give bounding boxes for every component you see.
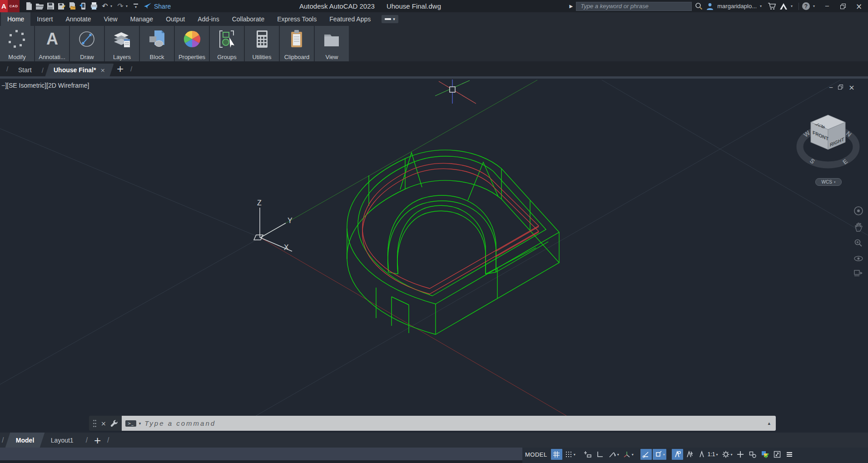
ortho-icon[interactable] (595, 449, 606, 460)
mobile-share-icon[interactable] (78, 1, 89, 12)
search-collapse-icon[interactable]: ▶ (570, 4, 573, 9)
drawing-canvas[interactable]: Z Y X −][SE Isometric][2D Wireframe] ─ ×… (0, 76, 868, 433)
annotation-scale-caret-icon[interactable]: ▾ (716, 453, 718, 457)
redo-button[interactable]: ↷ (115, 1, 126, 12)
crosshair-plus-icon[interactable] (735, 449, 746, 460)
file-tab-close-icon[interactable]: × (100, 67, 105, 74)
snap-caret-icon[interactable]: ▾ (574, 453, 575, 457)
ribbon-tab-insert[interactable]: Insert (30, 12, 59, 26)
viewport-minimize-icon[interactable]: ─ (829, 85, 833, 91)
command-input-area[interactable]: >_ ▾ ▴ (122, 416, 776, 431)
full-navigation-wheel-icon[interactable] (853, 206, 863, 216)
share-button[interactable]: Share (144, 3, 171, 10)
new-file-icon[interactable] (23, 1, 34, 12)
save-as-icon[interactable] (56, 1, 67, 12)
ribbon-tab-view[interactable]: View (97, 12, 124, 26)
autodesk-logo-icon[interactable] (779, 3, 788, 10)
help-search-box[interactable] (576, 2, 692, 11)
ribbon-panel-properties[interactable]: Properties (175, 26, 209, 61)
ribbon-panel-block[interactable]: Block (140, 26, 174, 61)
undo-dropdown-icon[interactable]: ▾ (110, 4, 115, 8)
command-bar-customize-wrench-icon[interactable] (110, 419, 118, 427)
command-bar-drag-handle[interactable] (93, 419, 97, 428)
annotation-scale-icon[interactable]: 1:1▾ (696, 449, 719, 460)
command-bar-close-icon[interactable]: × (101, 420, 106, 427)
ribbon-panel-annotati[interactable]: AAnnotati... (35, 26, 69, 61)
save-icon[interactable] (45, 1, 56, 12)
ribbon-tab-add-ins[interactable]: Add-ins (191, 12, 225, 26)
minimize-button[interactable]: ─ (821, 0, 833, 12)
viewport-close-icon[interactable]: × (848, 83, 854, 92)
osnap-caret-icon[interactable]: ▾ (663, 453, 665, 457)
file-tab-uhouse-final-[interactable]: Uhouse Final*× (45, 64, 114, 76)
graphics-performance-icon[interactable] (759, 449, 771, 460)
clean-screen-icon[interactable] (772, 449, 783, 460)
isodraft-icon[interactable]: ▾ (621, 449, 635, 460)
ribbon-tab-manage[interactable]: Manage (124, 12, 160, 26)
search-icon[interactable] (695, 2, 703, 10)
plot-icon[interactable] (89, 1, 99, 12)
customization-menu-icon[interactable] (784, 449, 795, 460)
viewcube[interactable]: W N S E TOP FRONT RIGHT (794, 107, 863, 175)
polar-tracking-caret-icon[interactable]: ▾ (617, 453, 619, 457)
save-all-icon[interactable] (67, 1, 78, 12)
command-prompt-icon[interactable]: >_ (125, 420, 136, 427)
new-drawing-tab-button[interactable]: + (116, 63, 124, 74)
autoscale-icon[interactable] (684, 449, 695, 460)
autocad-app-menu[interactable]: A CAD (0, 0, 20, 12)
ribbon-panel-view[interactable]: View (315, 26, 349, 61)
file-tab-start[interactable]: Start (10, 64, 40, 76)
viewport-restore-icon[interactable] (838, 85, 843, 91)
help-dropdown-icon[interactable]: ▾ (813, 4, 818, 8)
user-avatar-icon[interactable] (706, 2, 714, 10)
cart-icon[interactable] (768, 2, 776, 10)
polar-tracking-icon[interactable]: ▾ (607, 449, 620, 460)
ribbon-panel-draw[interactable]: Draw (70, 26, 104, 61)
qat-customize-button[interactable]: ▾ (130, 1, 141, 12)
isolate-objects-icon[interactable] (747, 449, 759, 460)
close-button[interactable]: × (853, 0, 865, 12)
help-icon[interactable]: ? (802, 2, 810, 10)
zoom-icon[interactable] (854, 239, 863, 248)
ribbon-tab-home[interactable]: Home (1, 12, 30, 26)
viewport-controls-label[interactable]: −][SE Isometric][2D Wireframe] (1, 82, 89, 89)
ribbon-panel-utilities[interactable]: Utilities (245, 26, 279, 61)
user-dropdown-icon[interactable]: ▾ (760, 4, 764, 8)
osnap-tracking-icon[interactable] (640, 449, 652, 460)
model-space-button[interactable]: MODEL (525, 451, 547, 458)
showmotion-icon[interactable] (854, 269, 863, 278)
undo-button[interactable]: ↶ (99, 1, 110, 12)
open-file-icon[interactable] (34, 1, 45, 12)
command-input[interactable] (144, 419, 765, 428)
grid-icon[interactable] (551, 449, 562, 460)
layout-tab-model[interactable]: Model (5, 433, 45, 448)
command-prompt-caret-icon[interactable]: ▾ (139, 421, 141, 426)
redo-dropdown-icon[interactable]: ▾ (126, 4, 130, 8)
ribbon-tab-collaborate[interactable]: Collaborate (226, 12, 271, 26)
orbit-icon[interactable] (853, 254, 863, 263)
ribbon-panel-clipboard[interactable]: Clipboard (280, 26, 314, 61)
ribbon-tab-annotate[interactable]: Annotate (59, 12, 97, 26)
ribbon-tab-output[interactable]: Output (159, 12, 191, 26)
isodraft-caret-icon[interactable]: ▾ (632, 453, 634, 457)
snap-icon[interactable]: ▾ (563, 449, 577, 460)
autodesk-dropdown-icon[interactable]: ▾ (791, 4, 795, 8)
ribbon-panel-layers[interactable]: Layers (105, 26, 139, 61)
restore-button[interactable] (837, 0, 849, 12)
command-history-arrow-icon[interactable]: ▴ (768, 420, 772, 426)
search-input[interactable] (580, 2, 688, 10)
ribbon-panel-modify[interactable]: Modify (0, 26, 34, 61)
new-layout-button[interactable]: + (94, 435, 101, 446)
ribbon-collapse-button[interactable]: ▾ (382, 15, 398, 23)
ribbon-panel-groups[interactable]: Groups (210, 26, 244, 61)
osnap-icon[interactable]: ▾ (653, 449, 666, 460)
ribbon-tab-express-tools[interactable]: Express Tools (271, 12, 323, 26)
wcs-menu-button[interactable]: WCS ▾ (815, 178, 842, 186)
ribbon-tab-featured-apps[interactable]: Featured Apps (323, 12, 377, 26)
layout-tab-layout1[interactable]: Layout1 (40, 433, 84, 448)
workspace-icon[interactable]: ▾ (720, 449, 734, 460)
workspace-caret-icon[interactable]: ▾ (731, 453, 733, 457)
user-name[interactable]: margaridaplo... (717, 3, 757, 10)
annotation-visibility-icon[interactable] (672, 449, 683, 460)
dynamic-input-icon[interactable] (582, 449, 594, 460)
